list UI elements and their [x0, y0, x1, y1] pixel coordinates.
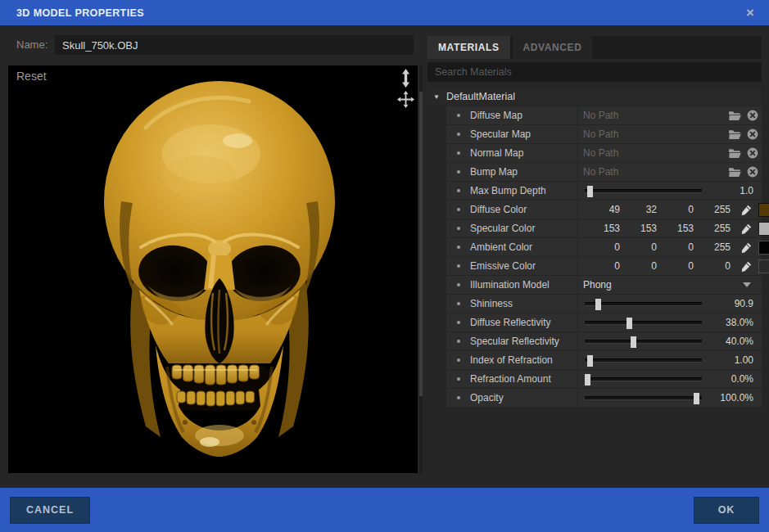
- color-red-value[interactable]: 49: [583, 204, 620, 215]
- property-row-max-bump-depth: Max Bump Depth1.0: [446, 182, 762, 200]
- 3d-viewport[interactable]: Reset: [8, 65, 418, 473]
- color-blue-value[interactable]: 0: [657, 204, 694, 215]
- color-blue-value[interactable]: 0: [657, 260, 694, 272]
- materials-panel: MATERIALS ADVANCED ▼ DefaultMaterial Dif…: [427, 36, 762, 408]
- color-alpha-value[interactable]: 0: [694, 260, 731, 272]
- bullet-icon: [457, 396, 460, 399]
- reset-button[interactable]: Reset: [16, 70, 47, 83]
- search-materials-input[interactable]: [427, 62, 762, 82]
- browse-folder-icon[interactable]: [728, 129, 741, 140]
- property-row-diffuse-reflectivity: Diffuse Reflectivity38.0%: [446, 313, 762, 331]
- property-row-index-of-refraction: Index of Refraction1.00: [446, 351, 762, 369]
- color-blue-value[interactable]: 153: [657, 223, 694, 234]
- scrollbar-thumb[interactable]: [419, 92, 423, 396]
- eyedropper-icon[interactable]: [740, 260, 753, 273]
- 3d-model-properties-dialog: 3D MODEL PROPERTIES × Name:: [0, 0, 769, 532]
- vertical-arrows-icon[interactable]: [400, 69, 411, 88]
- pan-move-icon[interactable]: [397, 91, 414, 108]
- color-alpha-value[interactable]: 255: [694, 204, 731, 215]
- color-green-value[interactable]: 0: [620, 260, 657, 272]
- property-row-opacity: Opacity100.0%: [446, 389, 762, 407]
- color-swatch[interactable]: [758, 259, 769, 273]
- bullet-icon: [457, 133, 460, 136]
- bullet-icon: [457, 246, 460, 249]
- bullet-icon: [457, 227, 460, 230]
- browse-folder-icon[interactable]: [728, 148, 741, 159]
- slider-value[interactable]: 1.0: [740, 185, 762, 196]
- color-swatch[interactable]: [758, 241, 769, 255]
- property-row-shininess: Shininess90.9: [446, 295, 762, 313]
- tab-materials[interactable]: MATERIALS: [427, 36, 510, 59]
- color-swatch[interactable]: [758, 203, 769, 217]
- panel-scrollbar[interactable]: [419, 65, 423, 473]
- bullet-icon: [457, 264, 460, 268]
- slider-handle[interactable]: [595, 299, 601, 310]
- eyedropper-icon[interactable]: [740, 204, 753, 216]
- property-label: Diffuse Reflectivity: [470, 317, 577, 328]
- bullet-icon: [457, 283, 460, 286]
- color-red-value[interactable]: 0: [583, 241, 620, 253]
- color-green-value[interactable]: 153: [620, 223, 657, 234]
- color-red-value[interactable]: 153: [583, 223, 620, 234]
- clear-map-icon[interactable]: [747, 110, 758, 121]
- slider-track[interactable]: [585, 377, 702, 381]
- browse-folder-icon[interactable]: [728, 110, 741, 121]
- map-path-value: No Path: [583, 110, 618, 121]
- dialog-titlebar: 3D MODEL PROPERTIES ×: [0, 0, 769, 25]
- tab-advanced[interactable]: ADVANCED: [513, 36, 593, 59]
- property-row-ambient-color: Ambient Color000255: [446, 238, 762, 256]
- color-blue-value[interactable]: 0: [657, 241, 694, 253]
- chevron-down-icon: [743, 282, 751, 287]
- slider-track[interactable]: [585, 321, 702, 325]
- slider-track[interactable]: [585, 189, 702, 193]
- property-label: Opacity: [470, 392, 577, 404]
- slider-handle[interactable]: [627, 318, 632, 329]
- skull-model[interactable]: [88, 79, 351, 463]
- color-green-value[interactable]: 32: [620, 204, 657, 215]
- property-row-specular-color: Specular Color153153153255: [446, 219, 762, 237]
- property-label: Index of Refraction: [470, 354, 577, 366]
- ok-button[interactable]: OK: [694, 497, 759, 524]
- property-row-emissive-color: Emissive Color0000: [446, 257, 762, 275]
- slider-handle[interactable]: [694, 393, 699, 404]
- illumination-model-dropdown[interactable]: Phong: [577, 276, 762, 294]
- clear-map-icon[interactable]: [747, 128, 758, 140]
- property-row-diffuse-color: Diffuse Color49320255: [446, 201, 762, 219]
- bullet-icon: [457, 151, 460, 155]
- color-green-value[interactable]: 0: [620, 241, 657, 253]
- slider-track[interactable]: [585, 396, 702, 400]
- property-label: Illumination Model: [470, 279, 577, 291]
- color-alpha-value[interactable]: 255: [694, 241, 731, 253]
- slider-value[interactable]: 40.0%: [726, 336, 762, 347]
- slider-handle[interactable]: [587, 186, 593, 197]
- color-red-value[interactable]: 0: [583, 260, 620, 272]
- property-label: Specular Map: [470, 128, 577, 140]
- close-icon[interactable]: ×: [746, 6, 754, 20]
- slider-track[interactable]: [585, 302, 702, 306]
- name-input[interactable]: [55, 35, 414, 55]
- slider-handle[interactable]: [585, 374, 590, 385]
- slider-value[interactable]: 0.0%: [731, 373, 762, 385]
- color-swatch[interactable]: [758, 222, 769, 236]
- eyedropper-icon[interactable]: [740, 223, 753, 235]
- slider-track[interactable]: [585, 340, 702, 344]
- material-group-header[interactable]: ▼ DefaultMaterial: [427, 88, 762, 106]
- dialog-footer: CANCEL OK: [0, 488, 769, 532]
- property-row-specular-reflectivity: Specular Reflectivity40.0%: [446, 332, 762, 350]
- slider-handle[interactable]: [587, 355, 593, 367]
- slider-handle[interactable]: [631, 336, 636, 348]
- slider-value[interactable]: 100.0%: [720, 392, 762, 404]
- bullet-icon: [457, 377, 460, 381]
- cancel-button[interactable]: CANCEL: [10, 497, 90, 524]
- browse-folder-icon[interactable]: [728, 167, 741, 178]
- eyedropper-icon[interactable]: [740, 241, 753, 254]
- slider-value[interactable]: 38.0%: [726, 317, 762, 328]
- clear-map-icon[interactable]: [747, 147, 758, 159]
- color-alpha-value[interactable]: 255: [694, 223, 731, 234]
- property-label: Diffuse Map: [470, 110, 577, 121]
- slider-value[interactable]: 1.00: [735, 354, 762, 366]
- clear-map-icon[interactable]: [747, 166, 758, 178]
- slider-track[interactable]: [585, 358, 702, 363]
- bullet-icon: [457, 321, 460, 324]
- slider-value[interactable]: 90.9: [735, 298, 762, 309]
